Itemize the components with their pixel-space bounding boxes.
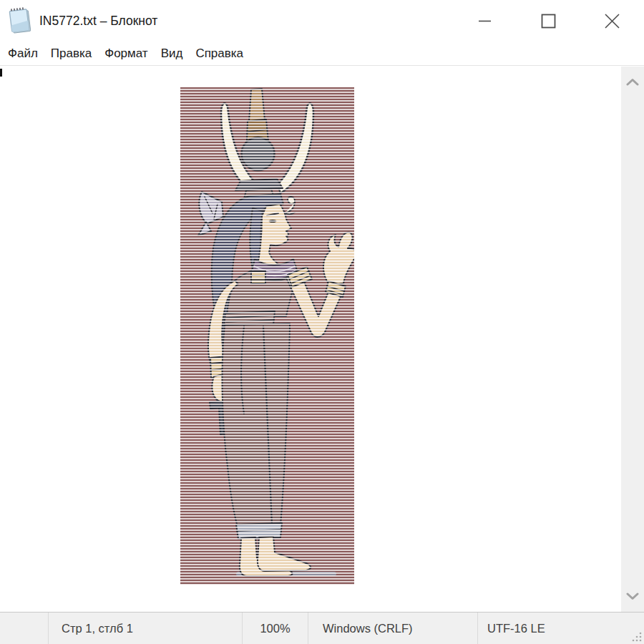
window-title: IN5772.txt – Блокнот	[39, 14, 157, 29]
menu-view[interactable]: Вид	[155, 42, 190, 65]
vertical-scrollbar[interactable]	[621, 67, 644, 612]
status-spacer	[0, 613, 48, 644]
status-bar: Стр 1, стлб 1 100% Windows (CRLF) UTF-16…	[0, 612, 644, 644]
zoom-level-text: 100%	[260, 622, 290, 635]
egyptian-goddess-artwork	[180, 87, 354, 585]
status-encoding: UTF-16 LE	[477, 613, 644, 644]
menu-edit[interactable]: Правка	[44, 42, 98, 65]
encoding-text: UTF-16 LE	[487, 622, 545, 635]
scroll-down-icon[interactable]	[626, 592, 639, 600]
maximize-icon	[541, 14, 556, 29]
title-bar: IN5772.txt – Блокнот	[0, 0, 644, 42]
maximize-button[interactable]	[517, 0, 580, 42]
menu-format[interactable]: Формат	[98, 42, 154, 65]
scanline-overlay	[180, 87, 354, 585]
cursor-position-text: Стр 1, стлб 1	[62, 622, 133, 635]
text-editor-area[interactable]	[0, 67, 644, 612]
minimize-icon	[477, 14, 492, 29]
menu-file[interactable]: Файл	[1, 42, 44, 65]
menu-bar: Файл Правка Формат Вид Справка	[0, 42, 644, 66]
status-line-ending: Windows (CRLF)	[308, 613, 477, 644]
menu-help[interactable]: Справка	[189, 42, 250, 65]
status-cursor-position: Стр 1, стлб 1	[48, 613, 242, 644]
scroll-up-icon[interactable]	[626, 78, 639, 86]
resize-grip-icon[interactable]	[631, 631, 643, 643]
minimize-button[interactable]	[453, 0, 517, 42]
line-ending-text: Windows (CRLF)	[323, 622, 413, 635]
close-icon	[604, 13, 620, 29]
notepad-icon	[6, 6, 34, 36]
status-zoom-level: 100%	[242, 613, 308, 644]
close-button[interactable]	[580, 0, 644, 42]
window-controls	[453, 0, 644, 42]
text-caret	[0, 69, 2, 77]
